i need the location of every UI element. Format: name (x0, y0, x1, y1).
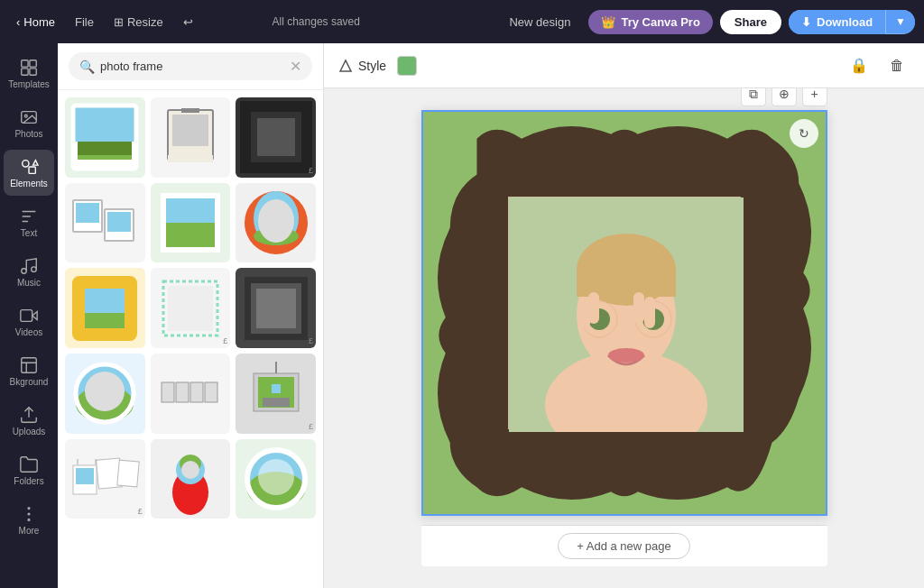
sidebar: Templates Photos Elements Text Music Vid… (0, 43, 58, 588)
svg-point-17 (28, 519, 30, 521)
download-dropdown-button[interactable]: ▼ (885, 10, 915, 33)
sidebar-item-videos[interactable]: Videos (4, 299, 54, 345)
svg-rect-34 (163, 223, 217, 250)
add-button[interactable]: + (802, 88, 827, 106)
sidebar-label-elements: Elements (10, 179, 48, 188)
download-label: Download (817, 15, 873, 29)
svg-point-10 (32, 267, 37, 272)
lock-button[interactable]: 🔒 (845, 51, 873, 79)
sidebar-item-music[interactable]: Music (4, 249, 54, 295)
list-item[interactable]: £ (151, 268, 231, 348)
style-color-swatch[interactable] (397, 56, 417, 76)
sidebar-item-more[interactable]: More (4, 497, 54, 543)
sidebar-label-templates: Templates (8, 79, 50, 89)
svg-rect-88 (577, 270, 676, 297)
svg-rect-25 (168, 155, 213, 162)
resize-button[interactable]: ⊞ Resize (106, 12, 171, 32)
refresh-button[interactable]: ↻ (790, 119, 818, 148)
sidebar-label-bkground: Bkground (10, 377, 49, 387)
sidebar-item-templates[interactable]: Templates (4, 51, 54, 96)
search-input[interactable] (100, 60, 284, 73)
list-item[interactable] (65, 183, 145, 263)
svg-rect-96 (644, 297, 655, 328)
selection-controls: ⧉ ⊕ + (741, 88, 827, 106)
download-group: ⬇ Download ▼ (789, 10, 915, 34)
svg-rect-28 (257, 118, 295, 156)
pro-badge: £ (138, 507, 143, 516)
list-item[interactable] (236, 439, 316, 519)
canvas-area: Style 🔒 🗑 ⧉ ⊕ + (324, 43, 924, 588)
svg-point-75 (258, 459, 294, 495)
resize-icon: ⊞ (114, 15, 124, 29)
sidebar-item-uploads[interactable]: Uploads (4, 398, 54, 444)
new-design-button[interactable]: New design (498, 10, 581, 34)
pro-badge: £ (223, 336, 227, 345)
svg-point-39 (258, 199, 294, 243)
canvas-scroll[interactable]: ⧉ ⊕ + (324, 88, 924, 588)
search-input-wrap: 🔍 ✕ (69, 52, 312, 80)
svg-point-16 (28, 513, 30, 515)
style-label: Style (338, 59, 386, 73)
svg-rect-0 (22, 60, 28, 67)
file-button[interactable]: File (68, 12, 101, 32)
search-panel: 🔍 ✕ (58, 43, 324, 588)
add-page-button[interactable]: + Add a new page (558, 533, 689, 559)
delete-button[interactable]: 🗑 (884, 52, 910, 79)
copy-button[interactable]: ⧉ (741, 88, 766, 106)
list-item[interactable] (151, 183, 231, 263)
svg-rect-95 (633, 292, 644, 324)
canva-pro-button[interactable]: 👑 Try Canva Pro (588, 10, 712, 34)
svg-point-52 (85, 372, 125, 411)
svg-rect-26 (181, 108, 199, 113)
list-item[interactable] (236, 183, 316, 263)
search-icon: 🔍 (79, 60, 95, 74)
svg-marker-61 (263, 398, 290, 407)
svg-rect-55 (190, 382, 203, 402)
pro-badge: £ (309, 166, 313, 175)
sidebar-item-photos[interactable]: Photos (4, 100, 54, 146)
top-navigation: ‹ Home File ⊞ Resize ↩ All changes saved… (0, 0, 924, 43)
svg-rect-65 (117, 460, 139, 487)
main-area: Templates Photos Elements Text Music Vid… (0, 43, 924, 588)
list-item[interactable]: £ (236, 97, 316, 178)
svg-rect-53 (162, 382, 174, 402)
list-item[interactable] (65, 97, 145, 178)
sidebar-label-more: More (19, 526, 40, 536)
sidebar-item-elements[interactable]: Elements (4, 150, 54, 196)
svg-rect-1 (30, 60, 36, 67)
list-item[interactable] (151, 97, 231, 178)
resize-label: Resize (127, 15, 163, 29)
svg-rect-54 (176, 382, 189, 402)
svg-rect-21 (73, 106, 136, 142)
list-item[interactable] (151, 354, 231, 434)
download-icon: ⬇ (801, 15, 811, 29)
list-item[interactable] (151, 439, 231, 519)
svg-rect-63 (76, 468, 94, 484)
duplicate-button[interactable]: ⊕ (772, 88, 797, 106)
list-item[interactable]: £ (236, 354, 316, 434)
list-item[interactable]: £ (236, 268, 316, 348)
list-item[interactable] (65, 268, 145, 348)
sidebar-item-text[interactable]: Text (4, 199, 54, 245)
list-item[interactable]: £ (65, 439, 145, 519)
crown-icon: 👑 (601, 15, 615, 29)
share-button[interactable]: Share (720, 10, 781, 34)
home-button[interactable]: ‹ Home (9, 12, 62, 32)
nav-right-actions: New design 👑 Try Canva Pro Share ⬇ Downl… (498, 10, 915, 34)
file-label: File (75, 15, 94, 29)
sidebar-item-bkground[interactable]: Bkground (4, 348, 54, 394)
svg-rect-13 (22, 358, 37, 373)
svg-rect-56 (205, 382, 217, 402)
download-button[interactable]: ⬇ Download (789, 10, 885, 34)
list-item[interactable] (65, 354, 145, 434)
chevron-left-icon: ‹ (16, 15, 20, 29)
svg-point-97 (608, 348, 644, 363)
undo-button[interactable]: ↩ (176, 12, 200, 32)
sidebar-label-text: Text (21, 228, 37, 238)
svg-marker-8 (33, 161, 39, 166)
svg-rect-30 (76, 203, 99, 223)
canvas-page[interactable]: ↻ (421, 110, 827, 516)
sidebar-item-folders[interactable]: Folders (4, 447, 54, 493)
search-clear-button[interactable]: ✕ (290, 58, 301, 75)
style-text: Style (358, 59, 386, 73)
